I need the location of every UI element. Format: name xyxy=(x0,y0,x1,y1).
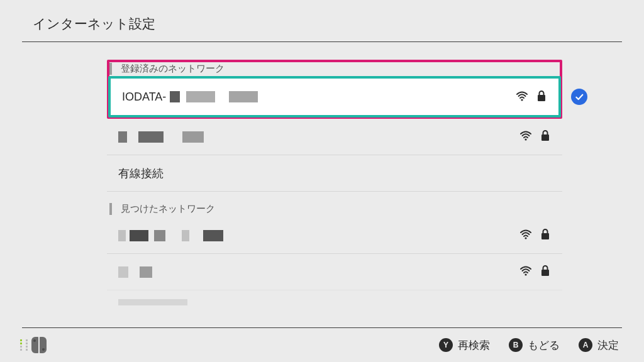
network-name xyxy=(118,230,519,241)
network-row[interactable] xyxy=(107,119,562,155)
wifi-icon xyxy=(519,264,532,280)
obscured-text xyxy=(118,131,127,143)
network-name-prefix: IODATA- xyxy=(122,90,166,104)
button-y-icon: Y xyxy=(439,338,453,352)
action-confirm[interactable]: A 決定 xyxy=(579,338,619,353)
obscured-text xyxy=(118,266,128,278)
obscured-text xyxy=(138,131,164,143)
button-b-icon: B xyxy=(509,338,523,352)
action-label: 再検索 xyxy=(458,338,490,353)
switch-controller-icon xyxy=(20,337,47,353)
footer: Y 再検索 B もどる A 決定 xyxy=(0,328,644,362)
wifi-icon xyxy=(519,129,532,145)
network-name xyxy=(118,131,519,143)
action-label: もどる xyxy=(528,338,560,353)
lock-icon xyxy=(536,89,547,105)
network-name: IODATA- xyxy=(122,90,516,104)
page-title: インターネット設定 xyxy=(33,15,644,33)
action-rescan[interactable]: Y 再検索 xyxy=(439,338,490,353)
wifi-icon xyxy=(519,228,532,243)
network-name: 有線接続 xyxy=(118,166,551,181)
obscured-text xyxy=(182,131,204,143)
section-found-label: 見つけたネットワーク xyxy=(109,203,562,215)
network-row-wired[interactable]: 有線接続 xyxy=(107,155,562,192)
wired-label: 有線接続 xyxy=(118,166,164,181)
header-divider xyxy=(22,41,622,42)
obscured-text xyxy=(170,91,180,102)
network-row[interactable] xyxy=(107,217,562,254)
network-row-partial xyxy=(107,290,562,308)
network-name xyxy=(118,266,519,278)
section-registered-label: 登録済みのネットワーク xyxy=(109,63,562,75)
wifi-icon xyxy=(516,89,528,105)
action-back[interactable]: B もどる xyxy=(509,338,560,353)
checkmark-badge xyxy=(571,89,587,105)
obscured-text xyxy=(130,230,148,241)
annotation-highlight-inner: IODATA- xyxy=(108,76,561,118)
obscured-text xyxy=(154,230,165,241)
lock-icon xyxy=(540,129,551,145)
obscured-text xyxy=(118,299,187,305)
obscured-text xyxy=(140,266,152,278)
obscured-text xyxy=(203,230,223,241)
action-label: 決定 xyxy=(597,338,619,353)
network-row-selected[interactable]: IODATA- xyxy=(111,79,558,115)
lock-icon xyxy=(540,264,551,280)
obscured-text xyxy=(182,230,189,241)
obscured-text xyxy=(229,91,258,102)
obscured-text xyxy=(186,91,215,102)
obscured-text xyxy=(118,230,126,241)
button-a-icon: A xyxy=(579,338,592,352)
network-row[interactable] xyxy=(107,254,562,290)
footer-actions: Y 再検索 B もどる A 決定 xyxy=(439,338,619,353)
network-list: 登録済みのネットワーク IODATA- xyxy=(107,63,562,308)
lock-icon xyxy=(540,228,551,243)
header: インターネット設定 xyxy=(0,0,644,41)
